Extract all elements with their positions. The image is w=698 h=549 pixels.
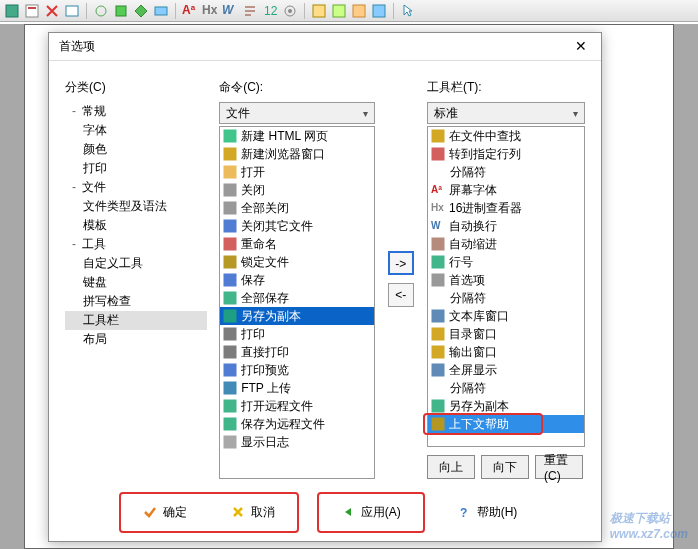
svg-rect-11 (333, 5, 345, 17)
svg-rect-23 (224, 292, 236, 304)
tree-node[interactable]: 键盘 (65, 273, 207, 292)
tree-node[interactable]: 自定义工具 (65, 254, 207, 273)
move-left-button[interactable]: <- (388, 283, 414, 307)
list-item[interactable]: Hx16进制查看器 (428, 199, 584, 217)
separator (175, 3, 176, 19)
separator (86, 3, 87, 19)
tool-icon[interactable] (24, 3, 40, 19)
list-item[interactable]: 文本库窗口 (428, 307, 584, 325)
cross-icon (231, 505, 245, 519)
list-item[interactable]: 关闭 (220, 181, 373, 199)
toolbar-list[interactable]: 在文件中查找转到指定行列分隔符Aª屏幕字体Hx16进制查看器W自动换行自动缩进行… (427, 126, 585, 447)
tree-node[interactable]: 字体 (65, 121, 207, 140)
list-item[interactable]: 关闭其它文件 (220, 217, 373, 235)
tool-icon[interactable] (242, 3, 258, 19)
list-item[interactable]: 输出窗口 (428, 343, 584, 361)
list-item[interactable]: 打印 (220, 325, 373, 343)
toolbar-combo[interactable]: 标准 ▾ (427, 102, 585, 124)
list-item[interactable]: 自动缩进 (428, 235, 584, 253)
tree-node[interactable]: 颜色 (65, 140, 207, 159)
list-item[interactable]: FTP 上传 (220, 379, 373, 397)
list-item[interactable]: 首选项 (428, 271, 584, 289)
list-item[interactable]: 目录窗口 (428, 325, 584, 343)
tool-icon[interactable] (311, 3, 327, 19)
pointer-icon[interactable] (400, 3, 416, 19)
list-item[interactable]: 保存为远程文件 (220, 415, 373, 433)
close-button[interactable]: ✕ (565, 36, 597, 58)
arrow-left-icon (341, 505, 355, 519)
list-item[interactable]: 重命名 (220, 235, 373, 253)
tree-node[interactable]: 工具栏 (65, 311, 207, 330)
svg-rect-28 (224, 382, 236, 394)
list-item[interactable]: 分隔符 (428, 163, 584, 181)
list-item[interactable]: 转到指定行列 (428, 145, 584, 163)
tool-icon[interactable] (44, 3, 60, 19)
move-right-button[interactable]: -> (388, 251, 414, 275)
chevron-down-icon: ▾ (573, 108, 578, 119)
tree-node[interactable]: - 常规 (65, 102, 207, 121)
apply-label: 应用(A) (361, 504, 401, 521)
tool-icon[interactable] (113, 3, 129, 19)
list-item[interactable]: 上下文帮助 (428, 415, 584, 433)
list-item[interactable]: 分隔符 (428, 289, 584, 307)
svg-rect-20 (224, 238, 236, 250)
reset-button[interactable]: 重置(C) (535, 455, 583, 479)
commands-list[interactable]: 新建 HTML 网页新建浏览器窗口打开关闭全部关闭关闭其它文件重命名锁定文件保存… (219, 126, 374, 479)
tool-icon[interactable]: 12 (262, 3, 278, 19)
list-item[interactable]: 新建 HTML 网页 (220, 127, 373, 145)
svg-point-9 (288, 9, 292, 13)
commands-combo[interactable]: 文件 ▾ (219, 102, 374, 124)
move-down-button[interactable]: 向下 (481, 455, 529, 479)
cancel-button[interactable]: 取消 (217, 498, 289, 527)
separator (304, 3, 305, 19)
commands-label: 命令(C): (219, 79, 374, 96)
apply-button[interactable]: 应用(A) (327, 498, 415, 527)
list-item[interactable]: 全部关闭 (220, 199, 373, 217)
tree-node[interactable]: 模板 (65, 216, 207, 235)
list-item[interactable]: W自动换行 (428, 217, 584, 235)
list-item[interactable]: 打印预览 (220, 361, 373, 379)
list-item[interactable]: 打开远程文件 (220, 397, 373, 415)
tree-node[interactable]: 拼写检查 (65, 292, 207, 311)
svg-rect-32 (432, 130, 444, 142)
tree-node[interactable]: - 文件 (65, 178, 207, 197)
tree-node[interactable]: - 工具 (65, 235, 207, 254)
tool-icon[interactable] (133, 3, 149, 19)
list-item[interactable]: 直接打印 (220, 343, 373, 361)
svg-rect-33 (432, 148, 444, 160)
list-item[interactable]: 分隔符 (428, 379, 584, 397)
ok-button[interactable]: 确定 (129, 498, 201, 527)
help-button[interactable]: ? 帮助(H) (443, 498, 532, 527)
tool-icon[interactable] (4, 3, 20, 19)
tool-icon[interactable] (153, 3, 169, 19)
list-item[interactable]: 另存为副本 (428, 397, 584, 415)
tool-icon[interactable] (93, 3, 109, 19)
tool-icon[interactable] (351, 3, 367, 19)
list-item[interactable]: 全屏显示 (428, 361, 584, 379)
svg-rect-41 (432, 400, 444, 412)
list-item[interactable]: 锁定文件 (220, 253, 373, 271)
font-icon[interactable]: Aª (182, 3, 198, 19)
tool-icon[interactable] (64, 3, 80, 19)
svg-rect-1 (26, 5, 38, 17)
wrap-icon[interactable]: W (222, 3, 238, 19)
move-up-button[interactable]: 向上 (427, 455, 475, 479)
tree-node[interactable]: 打印 (65, 159, 207, 178)
list-item[interactable]: 在文件中查找 (428, 127, 584, 145)
tool-icon[interactable] (371, 3, 387, 19)
list-item[interactable]: 打开 (220, 163, 373, 181)
list-item[interactable]: 保存 (220, 271, 373, 289)
list-item[interactable]: Aª屏幕字体 (428, 181, 584, 199)
separator (393, 3, 394, 19)
list-item[interactable]: 另存为副本 (220, 307, 373, 325)
list-item[interactable]: 显示日志 (220, 433, 373, 451)
gear-icon[interactable] (282, 3, 298, 19)
list-item[interactable]: 行号 (428, 253, 584, 271)
tree-node[interactable]: 文件类型及语法 (65, 197, 207, 216)
tool-icon[interactable] (331, 3, 347, 19)
hex-icon[interactable]: Hx (202, 3, 218, 19)
list-item[interactable]: 全部保存 (220, 289, 373, 307)
category-tree[interactable]: - 常规字体颜色打印- 文件文件类型及语法模板- 工具自定义工具键盘拼写检查工具… (65, 102, 207, 349)
list-item[interactable]: 新建浏览器窗口 (220, 145, 373, 163)
tree-node[interactable]: 布局 (65, 330, 207, 349)
